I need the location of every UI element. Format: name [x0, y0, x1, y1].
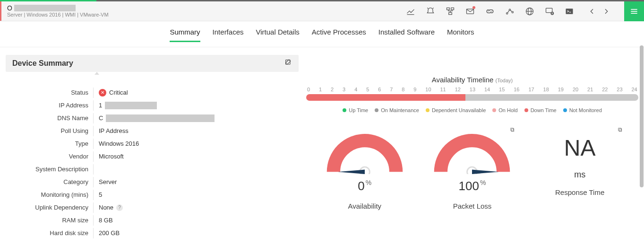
- timeline-axis: 0123456789101112131415161718192021222324: [306, 87, 638, 92]
- axis-tick: 1: [319, 87, 322, 92]
- svg-rect-2: [449, 12, 452, 14]
- axis-tick: 13: [470, 87, 475, 92]
- gauge-value: NA: [564, 137, 596, 159]
- field-label: Category: [6, 178, 93, 185]
- hamburger-menu[interactable]: [624, 1, 644, 21]
- chevron-right-icon[interactable]: [601, 7, 611, 16]
- ram-value: 8 GB: [99, 217, 113, 224]
- legend-item: Up Time: [343, 107, 368, 113]
- svg-marker-18: [338, 170, 365, 174]
- legend-label: On Hold: [498, 107, 517, 113]
- legend-item: Dependent Unavailable: [426, 107, 486, 113]
- type-value: Windows 2016: [99, 140, 139, 147]
- timeline-segment: [306, 94, 465, 101]
- help-icon[interactable]: ?: [116, 204, 123, 211]
- panel-header: Device Summary: [6, 55, 299, 72]
- timeline-bar: [306, 94, 638, 101]
- status-value: Critical: [109, 89, 128, 96]
- legend-dot: [492, 108, 496, 112]
- field-label: System Description: [6, 166, 93, 173]
- timeline-legend: Up TimeOn MaintenanceDependent Unavailab…: [306, 107, 638, 113]
- dns-value: C: [99, 114, 103, 122]
- tab-summary[interactable]: Summary: [170, 28, 200, 42]
- field-label: Poll Using: [6, 127, 93, 134]
- field-label: Vendor: [6, 153, 93, 160]
- legend-label: Dependent Unavailable: [432, 107, 486, 113]
- axis-tick: 9: [413, 87, 416, 92]
- svg-point-4: [507, 12, 508, 14]
- axis-tick: 19: [558, 87, 564, 92]
- alarm-icon[interactable]: [426, 7, 435, 16]
- gauges-row: 0% Availability ⧉ 100% Packet Loss ⧉ NA …: [306, 134, 638, 210]
- axis-tick: 15: [499, 87, 505, 92]
- tab-monitors[interactable]: Monitors: [447, 28, 474, 42]
- hdd-value: 200 GB: [99, 229, 120, 237]
- network-icon[interactable]: [446, 7, 455, 16]
- gauge-response-time: ⧉ NA ms Response Time: [532, 134, 627, 196]
- gauge-value: 0: [358, 179, 364, 193]
- chevron-left-icon[interactable]: [587, 7, 597, 16]
- field-label: Status: [6, 89, 93, 96]
- tab-virtual-details[interactable]: Virtual Details: [256, 28, 299, 42]
- svg-rect-0: [447, 8, 450, 9]
- legend-dot: [343, 108, 346, 112]
- gauge-unit: %: [480, 179, 486, 186]
- legend-item: On Hold: [492, 107, 517, 113]
- legend-label: Up Time: [349, 107, 368, 113]
- popout-icon[interactable]: ⧉: [618, 126, 622, 133]
- gauge-availability: 0% Availability: [318, 134, 412, 210]
- gauge-unit: ms: [574, 170, 585, 180]
- timeline-title: Availability Timeline (Today): [306, 76, 638, 84]
- terminal-icon[interactable]: [565, 7, 574, 16]
- svg-marker-20: [472, 170, 499, 174]
- redacted-value: [106, 114, 215, 122]
- axis-tick: 21: [587, 87, 593, 92]
- edit-icon[interactable]: [284, 59, 292, 68]
- axis-tick: 10: [425, 87, 431, 92]
- field-label: DNS Name: [6, 114, 93, 122]
- critical-icon: [99, 89, 106, 97]
- axis-tick: 6: [378, 87, 381, 92]
- graph-icon[interactable]: [505, 7, 515, 16]
- axis-tick: 0: [307, 87, 310, 92]
- mail-icon[interactable]: [465, 7, 475, 16]
- field-label: Monitoring (mins): [6, 191, 93, 198]
- axis-tick: 24: [632, 87, 637, 92]
- legend-dot: [563, 108, 567, 112]
- tab-active-processes[interactable]: Active Processes: [312, 28, 366, 42]
- field-label: Uplink Dependency: [6, 204, 93, 211]
- gauge-label: Availability: [348, 202, 382, 210]
- axis-tick: 5: [366, 87, 369, 92]
- axis-tick: 2: [331, 87, 334, 92]
- axis-tick: 3: [343, 87, 345, 92]
- popout-icon[interactable]: ⧉: [510, 126, 515, 133]
- axis-tick: 7: [390, 87, 393, 92]
- svg-rect-1: [451, 8, 454, 9]
- axis-tick: 20: [573, 87, 578, 92]
- device-summary-table: StatusCritical IP Address1 DNS NameC Pol…: [6, 86, 299, 239]
- poll-value: IP Address: [99, 127, 129, 134]
- tab-installed-software[interactable]: Installed Software: [378, 28, 435, 42]
- device-initial: O: [7, 5, 12, 12]
- monitor-close-icon[interactable]: [545, 7, 554, 16]
- uplink-value: None: [99, 204, 113, 211]
- device-name-redacted: [14, 5, 76, 11]
- gauge-arc: [432, 134, 512, 174]
- vendor-value: Microsoft: [99, 153, 124, 160]
- category-value: Server: [99, 178, 117, 185]
- scrollbar-thumb[interactable]: [640, 45, 644, 187]
- notification-dot: [472, 6, 475, 9]
- redacted-value: [105, 102, 157, 109]
- legend-item: Down Time: [524, 107, 557, 113]
- tab-interfaces[interactable]: Interfaces: [213, 28, 244, 42]
- chart-icon[interactable]: [406, 7, 415, 16]
- legend-item: Not Monitored: [563, 107, 602, 113]
- header-bar: O Server | Windows 2016 | WMI | VMware-V…: [0, 1, 644, 21]
- field-label: IP Address: [6, 102, 93, 109]
- legend-label: On Maintenance: [381, 107, 419, 113]
- gauge-label: Response Time: [555, 188, 604, 196]
- legend-dot: [524, 108, 528, 112]
- link-icon[interactable]: [485, 7, 495, 16]
- legend-label: Not Monitored: [569, 107, 602, 113]
- globe-icon[interactable]: [525, 7, 534, 16]
